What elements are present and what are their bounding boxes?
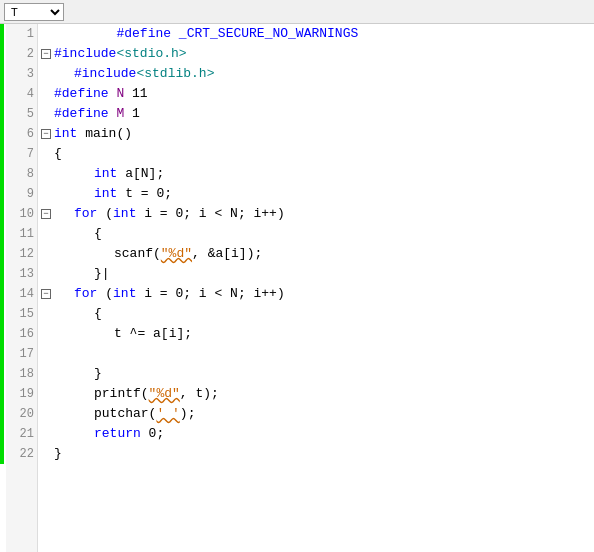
line-number: 6: [6, 124, 38, 144]
code-token: 1: [132, 104, 140, 124]
code-token: #define _CRT_SECURE_NO_WARNINGS: [54, 24, 358, 44]
code-token: i = 0; i: [144, 204, 214, 224]
fold-gutter[interactable]: −: [38, 209, 54, 219]
line-number: 4: [6, 84, 38, 104]
line-number: 14: [6, 284, 38, 304]
code-token: return: [94, 424, 149, 444]
line-number: 17: [6, 344, 38, 364]
fold-gutter[interactable]: −: [38, 129, 54, 139]
code-token: (: [105, 284, 113, 304]
code-token: N; i++): [222, 204, 284, 224]
code-token: int: [94, 184, 125, 204]
code-token: i = 0; i: [144, 284, 214, 304]
editor: T 12345678910111213141516171819202122 #d…: [0, 0, 594, 552]
code-token: #include: [54, 44, 116, 64]
code-token: &a[i]: [208, 244, 247, 264]
fold-minus-icon[interactable]: −: [41, 209, 51, 219]
table-row: printf("%d", t);: [38, 384, 594, 404]
line-number: 7: [6, 144, 38, 164]
code-token: N; i++): [222, 284, 284, 304]
active-line-bar: [0, 24, 4, 464]
code-token: printf(: [94, 384, 149, 404]
code-token: for: [74, 204, 105, 224]
code-token: 11: [132, 84, 148, 104]
code-token: = a[i];: [137, 324, 192, 344]
line-number: 12: [6, 244, 38, 264]
table-row: [38, 344, 594, 364]
code-token: #define: [54, 84, 116, 104]
table-row: {: [38, 144, 594, 164]
code-token: scanf(: [114, 244, 161, 264]
line-number: 10: [6, 204, 38, 224]
code-token: {: [94, 224, 102, 244]
code-token: #define: [54, 104, 116, 124]
line-number: 3: [6, 64, 38, 84]
code-lines: #define _CRT_SECURE_NO_WARNINGS−#include…: [38, 24, 594, 464]
table-row: −for (int i = 0; i < N; i++): [38, 284, 594, 304]
line-number: 13: [6, 264, 38, 284]
code-token: <: [214, 284, 222, 304]
code-token: , t);: [180, 384, 219, 404]
table-row: int t = 0;: [38, 184, 594, 204]
code-token: putchar(: [94, 404, 156, 424]
toolbar-left: T: [4, 3, 64, 21]
code-token: ^: [130, 324, 138, 344]
code-token: 0;: [149, 424, 165, 444]
table-row: #define _CRT_SECURE_NO_WARNINGS: [38, 24, 594, 44]
code-token: t: [114, 324, 130, 344]
table-row: {: [38, 224, 594, 244]
code-token: }: [94, 364, 102, 384]
code-token: "%d": [161, 244, 192, 264]
table-row: int a[N];: [38, 164, 594, 184]
fold-minus-icon[interactable]: −: [41, 129, 51, 139]
code-area: 12345678910111213141516171819202122 #def…: [0, 24, 594, 552]
code-token: );: [247, 244, 263, 264]
code-token: {: [54, 144, 62, 164]
table-row: scanf("%d", &a[i]);: [38, 244, 594, 264]
line-number: 9: [6, 184, 38, 204]
code-token: #include: [74, 64, 136, 84]
code-token: for: [74, 284, 105, 304]
table-row: }: [38, 444, 594, 464]
table-row: #include<stdlib.h>: [38, 64, 594, 84]
line-number: 16: [6, 324, 38, 344]
line-number: 8: [6, 164, 38, 184]
code-token: }: [54, 444, 62, 464]
left-bar: [0, 24, 6, 552]
table-row: }|: [38, 264, 594, 284]
table-row: −int main(): [38, 124, 594, 144]
line-number: 1: [6, 24, 38, 44]
fold-gutter[interactable]: −: [38, 289, 54, 299]
fold-minus-icon[interactable]: −: [41, 289, 51, 299]
line-number: 21: [6, 424, 38, 444]
code-token: int: [94, 164, 125, 184]
table-row: #define N 11: [38, 84, 594, 104]
table-row: {: [38, 304, 594, 324]
line-numbers: 12345678910111213141516171819202122: [6, 24, 37, 464]
code-token: <stdlib.h>: [136, 64, 214, 84]
table-row: t ^= a[i];: [38, 324, 594, 344]
line-number: 22: [6, 444, 38, 464]
table-row: putchar(' ');: [38, 404, 594, 424]
code-token: );: [180, 404, 196, 424]
code-token: (: [105, 204, 113, 224]
code-token: }|: [94, 264, 110, 284]
table-row: −for (int i = 0; i < N; i++): [38, 204, 594, 224]
code-token: int: [54, 124, 85, 144]
code-content[interactable]: #define _CRT_SECURE_NO_WARNINGS−#include…: [38, 24, 594, 552]
line-number: 2: [6, 44, 38, 64]
code-token: int: [113, 204, 144, 224]
scope-dropdown[interactable]: T: [4, 3, 64, 21]
fold-gutter[interactable]: −: [38, 49, 54, 59]
code-token: main(): [85, 124, 132, 144]
table-row: #define M 1: [38, 104, 594, 124]
table-row: −#include<stdio.h>: [38, 44, 594, 64]
fold-minus-icon[interactable]: −: [41, 49, 51, 59]
table-row: return 0;: [38, 424, 594, 444]
table-row: }: [38, 364, 594, 384]
code-token: t = 0;: [125, 184, 172, 204]
line-number: 18: [6, 364, 38, 384]
code-token: {: [94, 304, 102, 324]
code-token: M: [116, 104, 132, 124]
code-token: ' ': [156, 404, 179, 424]
